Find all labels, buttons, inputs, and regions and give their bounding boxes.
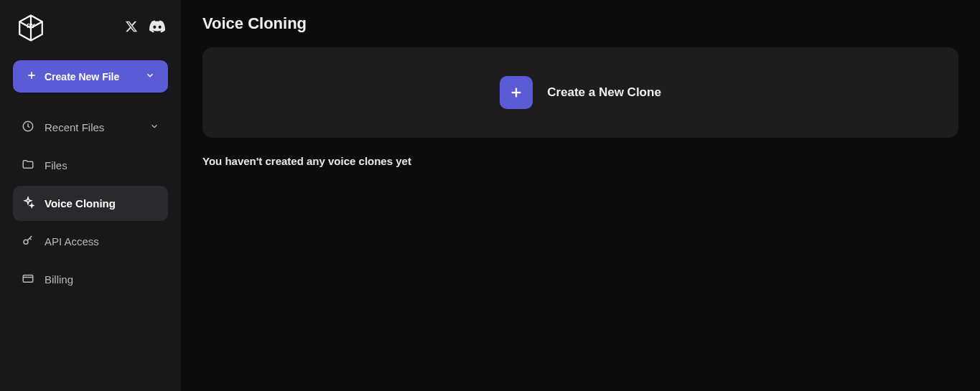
main-content: Voice Cloning Create a New Clone You hav… xyxy=(181,0,980,391)
create-new-file-button[interactable]: Create New File xyxy=(13,60,168,93)
sidebar-item-label: Voice Cloning xyxy=(45,197,116,209)
clock-icon xyxy=(22,120,34,135)
sidebar-item-label: Recent Files xyxy=(45,121,104,133)
sidebar-item-recent-files[interactable]: Recent Files xyxy=(13,110,168,145)
sidebar-item-label: Billing xyxy=(45,273,73,286)
sidebar-item-label: Files xyxy=(45,159,67,171)
svg-text:PY: PY xyxy=(27,22,35,29)
create-clone-button[interactable]: Create a New Clone xyxy=(202,47,958,138)
sidebar-item-label: API Access xyxy=(45,235,99,248)
discord-icon[interactable] xyxy=(149,19,165,37)
sidebar-item-api-access[interactable]: API Access xyxy=(13,224,168,259)
app-logo[interactable]: PY xyxy=(16,13,46,43)
chevron-down-icon xyxy=(149,121,159,133)
key-icon xyxy=(22,234,34,249)
svg-rect-5 xyxy=(23,275,33,283)
plus-icon xyxy=(500,76,533,109)
create-new-file-label: Create New File xyxy=(45,71,119,83)
sidebar-item-billing[interactable]: Billing xyxy=(13,262,168,297)
chevron-down-icon xyxy=(145,70,155,83)
sidebar-item-voice-cloning[interactable]: Voice Cloning xyxy=(13,186,168,221)
plus-icon xyxy=(26,70,37,83)
sidebar: PY Create New File Recent Files xyxy=(0,0,181,391)
empty-state-message: You haven't created any voice clones yet xyxy=(202,155,958,167)
create-clone-label: Create a New Clone xyxy=(547,85,661,100)
x-twitter-icon[interactable] xyxy=(125,20,138,36)
card-icon xyxy=(22,272,34,287)
sidebar-header: PY xyxy=(13,13,168,43)
page-title: Voice Cloning xyxy=(202,14,958,33)
folder-icon xyxy=(22,158,34,173)
sparkle-icon xyxy=(22,196,34,211)
sidebar-item-files[interactable]: Files xyxy=(13,148,168,183)
sidebar-nav: Recent Files Files Voice Cloning API Acc… xyxy=(13,110,168,297)
social-icons xyxy=(125,19,165,37)
